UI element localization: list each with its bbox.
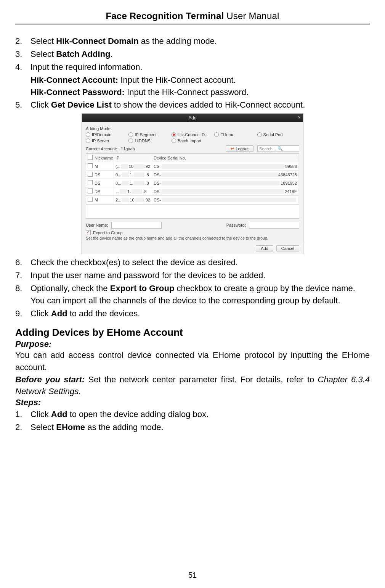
radio-icon: [172, 139, 176, 143]
radio-icon: [257, 132, 262, 137]
dialog-titlebar: Add ×: [82, 114, 303, 122]
add-dialog: Add × Adding Mode: IP/DomainIP SegmentHi…: [82, 113, 303, 254]
step-6: 6. Check the checkbox(es) to select the …: [15, 256, 370, 269]
table-header: Nickname IP Device Serial No.: [86, 154, 299, 162]
step-9: 9. Click Add to add the devices.: [15, 308, 370, 320]
search-input[interactable]: Search...🔍: [257, 145, 299, 152]
step-2: 2. Select Hik-Connect Domain as the addi…: [15, 35, 370, 47]
adding-mode-radio[interactable]: Hik-Connect D...: [172, 132, 213, 137]
row-checkbox[interactable]: [88, 172, 93, 177]
row-checkbox[interactable]: [88, 163, 93, 168]
password-input[interactable]: [249, 222, 299, 229]
current-account-label: Current Account:: [86, 147, 117, 151]
purpose-label: Purpose:: [15, 339, 370, 349]
section-heading: Adding Devices by EHome Account: [15, 327, 370, 338]
table-empty-area: [86, 205, 299, 219]
logout-button[interactable]: ↩Logout: [226, 145, 253, 152]
steps-label: Steps:: [15, 398, 370, 408]
adding-mode-radio[interactable]: EHome: [214, 132, 256, 137]
table-row[interactable]: DS8...1..8DS-1891952: [86, 179, 299, 187]
table-row[interactable]: DS0...1..8DS-46843725: [86, 171, 299, 179]
table-row[interactable]: M2...10.92CS-: [86, 196, 299, 204]
step-3: 3. Select Batch Adding.: [15, 48, 370, 60]
adding-mode-radio[interactable]: IP Segment: [128, 132, 170, 137]
row-checkbox[interactable]: [88, 197, 93, 202]
current-account-value: 11guah: [121, 147, 222, 151]
step-4-line-1: Hik-Connect Account: Input the Hik-Conne…: [30, 74, 370, 86]
adding-mode-label: Adding Mode:: [86, 126, 118, 131]
adding-mode-radio[interactable]: Batch Import: [172, 139, 213, 143]
close-icon[interactable]: ×: [298, 114, 301, 120]
adding-mode-radios: IP/DomainIP SegmentHik-Connect D...EHome…: [86, 132, 299, 143]
header-title-plain: User Manual: [224, 11, 279, 21]
select-all-checkbox[interactable]: [88, 155, 93, 160]
step-7: 7. Input the user name and password for …: [15, 269, 370, 282]
row-checkbox[interactable]: [88, 180, 93, 185]
table-row[interactable]: DS...1..8DS-2418E: [86, 187, 299, 196]
cancel-button[interactable]: Cancel: [276, 245, 299, 251]
logout-icon: ↩: [231, 146, 234, 151]
radio-icon: [128, 139, 133, 143]
add-button[interactable]: Add: [256, 245, 273, 251]
step-4: 4. Input the required information.: [15, 61, 370, 73]
adding-mode-radio[interactable]: HiDDNS: [128, 139, 170, 143]
radio-icon: [86, 139, 90, 143]
header-title-bold: Face Recognition Terminal: [106, 11, 224, 21]
radio-icon: [214, 132, 219, 137]
adding-mode-radio[interactable]: IP/Domain: [86, 132, 128, 137]
dialog-title: Add: [188, 115, 196, 121]
export-hint: Set the device name as the group name an…: [86, 236, 299, 240]
radio-icon: [128, 132, 133, 137]
adding-mode-radio[interactable]: IP Server: [86, 139, 128, 143]
search-icon: 🔍: [278, 146, 283, 151]
page-number: 51: [0, 571, 385, 580]
step-5: 5. Click Get Device List to show the dev…: [15, 99, 370, 111]
username-label: User Name:: [86, 223, 108, 227]
password-label: Password:: [226, 223, 246, 227]
step-8: 8. Optionally, check the Export to Group…: [15, 282, 370, 307]
ehome-step-2: 2. Select EHome as the adding mode.: [15, 421, 370, 433]
before-you-start: Before you start: Set the network center…: [15, 374, 370, 398]
radio-icon: [172, 132, 176, 137]
page-header: Face Recognition Terminal User Manual: [15, 11, 370, 21]
header-rule: [15, 24, 370, 24]
username-input[interactable]: [111, 222, 162, 229]
step-4-line-2: Hik-Connect Password: Input the Hik-Conn…: [30, 86, 370, 98]
radio-icon: [86, 132, 90, 137]
purpose-text: You can add access control device connec…: [15, 349, 370, 374]
row-checkbox[interactable]: [88, 188, 93, 193]
adding-mode-radio[interactable]: Serial Port: [257, 132, 299, 137]
table-row[interactable]: M(...10.92CS-89588: [86, 162, 299, 171]
export-to-group-checkbox[interactable]: [86, 230, 91, 235]
export-to-group-label: Export to Group: [93, 230, 123, 235]
ehome-step-1: 1. Click Add to open the device adding d…: [15, 408, 370, 420]
device-table: Nickname IP Device Serial No. M(...10.92…: [86, 153, 299, 205]
